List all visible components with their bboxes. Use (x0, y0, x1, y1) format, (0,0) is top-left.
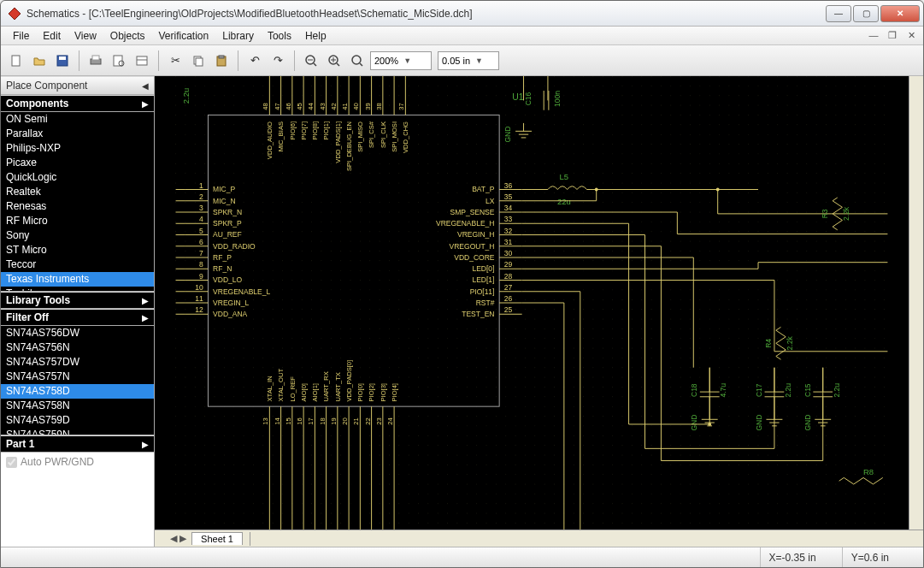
svg-point-1065 (389, 144, 390, 145)
svg-point-2695 (719, 454, 720, 455)
svg-point-3263 (835, 494, 836, 494)
svg-point-551 (282, 173, 283, 174)
copy-button[interactable] (188, 50, 209, 71)
library-tools-header[interactable]: Library Tools▶ (1, 292, 154, 309)
schematic-svg[interactable]: U12.2u1MIC_P2MIC_N3SPKR_N4SPKR_P5AU_REF6… (155, 76, 909, 530)
horizontal-scrollbar[interactable] (250, 532, 923, 546)
component-item[interactable]: Texas Instruments (1, 272, 154, 287)
svg-point-2030 (583, 387, 584, 388)
svg-point-2450 (670, 358, 671, 358)
mdi-minimize[interactable]: — (867, 30, 880, 41)
menu-file[interactable]: File (6, 28, 36, 44)
print-button[interactable] (85, 50, 106, 71)
svg-point-1921 (563, 241, 564, 242)
auto-pwr-gnd-check[interactable] (6, 457, 17, 468)
paste-button[interactable] (211, 50, 232, 71)
svg-point-2017 (583, 260, 584, 261)
part-item[interactable]: SN74AS757DW (1, 355, 154, 370)
grid-combo[interactable]: 0.05 in▼ (438, 51, 499, 70)
cut-button[interactable]: ✂ (165, 50, 185, 71)
svg-point-1758 (525, 484, 526, 485)
auto-pwr-gnd-checkbox[interactable]: Auto PWR/GND (1, 453, 154, 471)
component-item[interactable]: Picaxe (1, 156, 154, 170)
svg-point-2182 (612, 494, 613, 494)
menu-edit[interactable]: Edit (36, 28, 68, 44)
svg-point-157 (195, 454, 196, 455)
component-item[interactable]: RF Micro (1, 214, 154, 228)
maximize-button[interactable]: ▢ (853, 5, 879, 22)
svg-point-2916 (768, 318, 768, 319)
svg-point-1182 (409, 367, 409, 368)
save-button[interactable] (52, 50, 73, 71)
schematic-viewport[interactable]: U12.2u1MIC_P2MIC_N3SPKR_N4SPKR_P5AU_REF6… (155, 76, 909, 530)
titleblock-button[interactable] (132, 50, 152, 71)
part-item[interactable]: SN74AS759D (1, 413, 154, 428)
menu-view[interactable]: View (68, 28, 103, 44)
svg-point-284 (224, 318, 225, 319)
part-item[interactable]: SN74AS758D (1, 384, 154, 399)
component-item[interactable]: Sony (1, 228, 154, 243)
component-item[interactable]: ST Micro (1, 243, 154, 257)
svg-point-2907 (768, 231, 768, 232)
component-item[interactable]: Philips-NXP (1, 141, 154, 156)
canvas[interactable]: U12.2u1MIC_P2MIC_N3SPKR_N4SPKR_P5AU_REF6… (155, 76, 923, 547)
component-item[interactable]: Renesas (1, 199, 154, 214)
menu-library[interactable]: Library (215, 28, 261, 44)
menu-help[interactable]: Help (298, 28, 333, 44)
svg-point-84 (185, 202, 185, 203)
preview-button[interactable] (109, 50, 129, 71)
svg-point-2041 (583, 494, 584, 494)
component-item[interactable]: Realtek (1, 185, 154, 199)
minimize-button[interactable]: — (826, 5, 851, 22)
svg-point-2185 (612, 523, 613, 524)
svg-point-2248 (632, 222, 633, 222)
part-header[interactable]: Part 1▶ (1, 435, 154, 453)
part-item[interactable]: SN74AS757N (1, 370, 154, 384)
components-header[interactable]: Components▶ (1, 95, 154, 112)
zoom-fit-button[interactable] (347, 50, 368, 71)
close-button[interactable]: ✕ (880, 5, 920, 22)
filter-header[interactable]: Filter Off▶ (1, 309, 154, 326)
menu-verification[interactable]: Verification (152, 28, 216, 44)
svg-text:GND: GND (803, 415, 812, 431)
undo-button[interactable]: ↶ (244, 50, 265, 71)
components-list[interactable]: ON SemiParallaxPhilips-NXPPicaxeQuickLog… (1, 112, 154, 292)
svg-point-3223 (835, 105, 836, 106)
part-item[interactable]: SN74AS759N (1, 428, 154, 435)
component-item[interactable]: Teccor (1, 257, 154, 272)
svg-point-683 (311, 86, 312, 86)
svg-point-237 (215, 318, 215, 319)
svg-point-104 (185, 396, 185, 397)
svg-point-37 (175, 202, 176, 203)
component-item[interactable]: QuickLogic (1, 170, 154, 185)
sheet-tab-1[interactable]: Sheet 1 (191, 532, 243, 545)
open-button[interactable] (29, 50, 50, 71)
menu-tools[interactable]: Tools (261, 28, 298, 44)
place-component-header[interactable]: Place Component◀ (1, 76, 154, 95)
zoom-out-button[interactable] (301, 50, 321, 71)
svg-point-3166 (816, 464, 817, 465)
svg-point-1463 (467, 358, 468, 358)
zoom-in-button[interactable] (324, 50, 344, 71)
parts-list[interactable]: SN74AS756DWSN74AS756NSN74AS757DWSN74AS75… (1, 326, 154, 435)
svg-point-2553 (690, 445, 691, 446)
vertical-scrollbar[interactable] (909, 76, 923, 530)
svg-point-49 (175, 318, 176, 319)
component-item[interactable]: ON Semi (1, 112, 154, 127)
part-item[interactable]: SN74AS756N (1, 340, 154, 355)
svg-point-3003 (787, 251, 788, 251)
redo-button[interactable]: ↷ (268, 50, 288, 71)
svg-point-25 (175, 86, 176, 86)
svg-point-2270 (632, 435, 633, 436)
menu-objects[interactable]: Objects (103, 28, 152, 44)
new-button[interactable] (6, 50, 26, 71)
svg-point-3446 (874, 445, 875, 446)
svg-point-945 (360, 348, 361, 349)
mdi-restore[interactable]: ❐ (886, 30, 899, 41)
svg-point-2210 (622, 309, 623, 310)
part-item[interactable]: SN74AS758N (1, 399, 154, 413)
mdi-close[interactable]: ✕ (904, 30, 918, 41)
component-item[interactable]: Parallax (1, 127, 154, 141)
part-item[interactable]: SN74AS756DW (1, 326, 154, 340)
zoom-combo[interactable]: 200%▼ (370, 51, 432, 70)
